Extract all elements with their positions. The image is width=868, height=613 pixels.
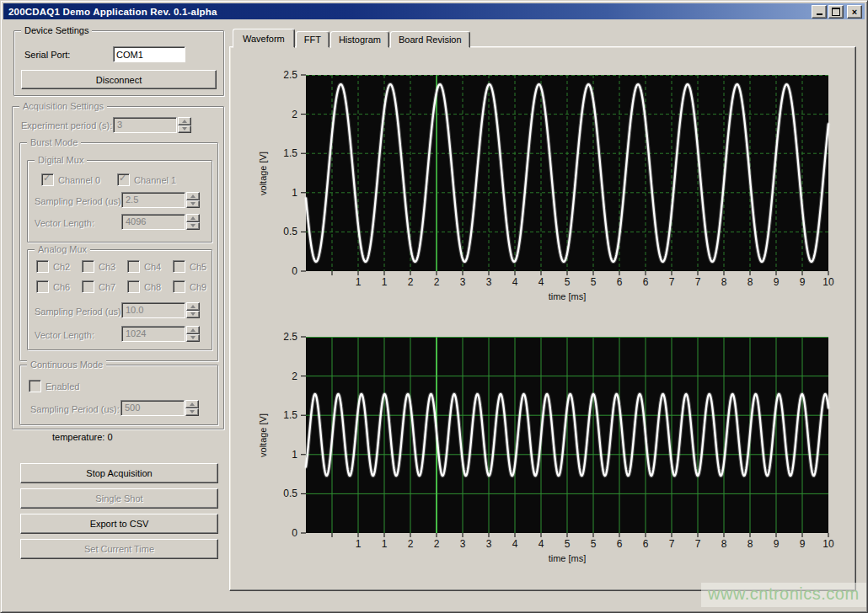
spin-down-button — [186, 334, 200, 343]
digital-sampling-period-spinner: 2.5 — [121, 192, 200, 208]
analog-sampling-period-spinner: 10.0 — [121, 302, 200, 318]
analog-vector-length-value: 1024 — [121, 326, 185, 342]
minimize-button[interactable] — [812, 5, 827, 19]
titlebar: 200CDAQ1 Demo Application Rev. 0.1-alpha… — [3, 3, 865, 19]
close-button[interactable]: × — [847, 5, 862, 19]
x-axis-title: time [ms] — [306, 291, 828, 301]
checkbox-ch4: Ch4 — [127, 260, 161, 273]
x-tick-label: 3 — [479, 538, 499, 550]
x-tick-label: 9 — [792, 276, 812, 288]
plot-area — [306, 75, 828, 271]
y-tick-label: 2.5 — [266, 331, 297, 343]
continuous-mode-group: Continuous Mode Enabled Sampling Period … — [19, 365, 218, 425]
spin-down-button — [178, 125, 191, 134]
arrow-down-icon — [182, 127, 187, 131]
minimize-icon — [817, 13, 822, 15]
tab-fft[interactable]: FFT — [296, 31, 330, 48]
x-tick-label: 9 — [792, 538, 812, 550]
spin-buttons — [186, 326, 200, 342]
y-tick-label: 0.5 — [266, 226, 297, 237]
x-axis-tick-labels: 11223344556677889910 — [238, 276, 841, 289]
device-settings-group: Device Settings Serial Port: Disconnect — [13, 30, 224, 96]
x-tick-label: 8 — [714, 276, 734, 288]
x-tick-label: 3 — [479, 276, 499, 288]
checkbox-ch3-label: Ch3 — [99, 262, 115, 272]
y-tick-label: 2.5 — [266, 69, 297, 81]
x-tick-label: 6 — [609, 538, 630, 550]
x-tick-label: 8 — [714, 538, 734, 550]
x-tick-label: 9 — [766, 276, 786, 288]
checkbox-icon — [82, 260, 94, 273]
continuous-sampling-period-value: 500 — [121, 400, 185, 416]
export-to-csv-button[interactable]: Export to CSV — [20, 514, 218, 534]
spin-down-button — [185, 408, 199, 417]
arrow-up-icon — [190, 195, 196, 198]
stop-acquisition-button[interactable]: Stop Acquisition — [20, 463, 218, 483]
arrow-up-icon — [190, 402, 195, 406]
x-tick-label: 8 — [740, 276, 760, 288]
x-tick-label: 5 — [583, 538, 603, 550]
x-tick-label: 4 — [531, 538, 551, 550]
window-title: 200CDAQ1 Demo Application Rev. 0.1-alpha — [8, 7, 812, 17]
x-tick-label: 6 — [609, 276, 630, 288]
checkbox-icon — [117, 173, 130, 186]
application-window: 200CDAQ1 Demo Application Rev. 0.1-alpha… — [0, 0, 868, 613]
maximize-button[interactable] — [828, 5, 844, 19]
plot-area — [306, 337, 828, 533]
arrow-down-icon — [190, 224, 196, 227]
checkbox-icon — [36, 280, 49, 293]
checkbox-channel-0-label: Channel 0 — [58, 175, 100, 185]
x-tick-label: 9 — [766, 538, 786, 550]
digital-vector-length-value: 4096 — [121, 214, 185, 230]
checkbox-icon — [173, 260, 185, 273]
x-tick-label: 5 — [557, 538, 577, 550]
spin-down-button — [186, 311, 200, 319]
y-axis-tick-labels: 00.511.522.5 — [266, 337, 300, 533]
spin-up-button — [186, 326, 200, 334]
checkbox-icon — [127, 280, 140, 293]
temperature-readout: temperature: 0 — [52, 431, 113, 443]
analog-vector-length-spinner: 1024 — [121, 326, 200, 342]
disconnect-button[interactable]: Disconnect — [21, 70, 217, 89]
spin-buttons — [185, 400, 199, 416]
x-tick-label: 5 — [583, 276, 603, 288]
arrow-down-icon — [190, 336, 196, 339]
digital-vector-length-spinner: 4096 — [121, 214, 200, 230]
experiment-period-spin-buttons — [178, 117, 191, 133]
x-tick-label: 1 — [348, 276, 368, 288]
close-icon: × — [852, 8, 857, 16]
arrow-up-icon — [190, 305, 196, 308]
digital-sampling-period-value: 2.5 — [121, 192, 185, 208]
checkbox-ch7: Ch7 — [82, 280, 115, 293]
experiment-period-label: Experiment period (s): — [21, 120, 112, 131]
continuous-sampling-period-spinner: 500 — [121, 400, 199, 416]
x-tick-label: 4 — [505, 538, 525, 550]
experiment-period-spinner: 3 — [113, 117, 191, 133]
analog-vector-length-label: Vector Length: — [35, 329, 94, 341]
analog-sampling-period-value: 10.0 — [121, 302, 185, 318]
spin-down-button — [186, 222, 200, 231]
digital-mux-group: Digital Mux Channel 0 Channel 1 Sampling… — [27, 160, 212, 243]
x-tick-label: 4 — [531, 276, 551, 288]
checkbox-icon — [82, 280, 94, 293]
device-settings-legend: Device Settings — [21, 25, 92, 36]
checkbox-channel-1-label: Channel 1 — [134, 175, 176, 185]
set-current-time-button: Set Current Time — [20, 539, 218, 559]
checkbox-ch9-label: Ch9 — [190, 282, 206, 292]
arrow-up-icon — [190, 328, 196, 332]
continuous-sampling-period-label: Sampling Period (us): — [30, 403, 120, 415]
tab-waveform[interactable]: Waveform — [233, 29, 295, 48]
tab-histogram[interactable]: Histogram — [330, 31, 389, 48]
checkbox-ch7-label: Ch7 — [99, 282, 115, 292]
x-tick-label: 10 — [818, 538, 839, 550]
x-tick-label: 5 — [557, 276, 577, 288]
y-tick-label: 0 — [266, 265, 297, 277]
digital-sampling-period-label: Sampling Period (us): — [35, 195, 124, 207]
checkbox-channel-1: Channel 1 — [117, 173, 176, 186]
spin-buttons — [186, 302, 200, 318]
x-tick-label: 1 — [374, 538, 394, 550]
tab-board-revision[interactable]: Board Revision — [390, 31, 470, 48]
x-tick-label: 7 — [688, 276, 708, 288]
serial-port-input[interactable] — [113, 46, 185, 62]
x-tick-label: 10 — [818, 276, 839, 288]
